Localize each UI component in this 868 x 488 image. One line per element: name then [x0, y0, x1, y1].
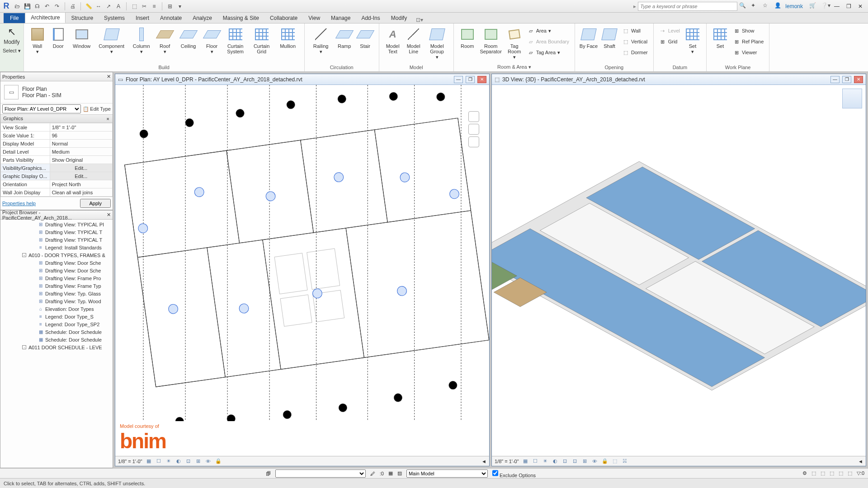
close-button[interactable]: ✕	[854, 1, 866, 11]
comm-icon[interactable]: ✦	[751, 2, 759, 10]
ref-plane-button[interactable]: ⊞Ref Plane	[731, 37, 765, 47]
ceiling-button[interactable]: Ceiling	[176, 25, 201, 49]
filter-icon[interactable]: ▽:0	[857, 470, 864, 476]
apply-button[interactable]: Apply	[80, 199, 111, 208]
area-button[interactable]: ▱Area ▾	[525, 26, 571, 36]
tree-node[interactable]: ⊞Drafting View: TYPICAL T	[1, 228, 112, 236]
editable-only-icon[interactable]: 🖉	[370, 471, 375, 476]
tree-node[interactable]: ⊞Drafting View: Door Sche	[1, 267, 112, 274]
favorite-icon[interactable]: ☆	[763, 2, 771, 10]
tag-area-button[interactable]: ▱Tag Area ▾	[525, 47, 571, 57]
sync-icon[interactable]: ☊	[33, 3, 41, 10]
tree-node[interactable]: ≡Legend: Install Standards	[1, 244, 112, 251]
column-button[interactable]: Column▾	[129, 25, 154, 54]
tab-annotate[interactable]: Annotate	[155, 13, 187, 23]
tree-node[interactable]: ⊞Drafting View: Door Sche	[1, 259, 112, 267]
door-button[interactable]: Door	[48, 25, 68, 49]
workset-select[interactable]	[275, 469, 366, 478]
search-chevron-icon[interactable]: ▸	[633, 3, 636, 9]
tree-node[interactable]: ⊞Drafting View: Frame Typ	[1, 282, 112, 290]
tree-node[interactable]: -A010 - DOOR TYPES, FRAMES &	[1, 251, 112, 259]
floor-plan-canvas[interactable]: Model courtesy ofbnim	[115, 85, 489, 456]
view-close-button[interactable]: ✕	[477, 76, 486, 83]
sel-filter-icon[interactable]: ⚙	[802, 470, 807, 476]
project-tree[interactable]: ⊞Drafting View: TYPICAL PI⊞Drafting View…	[0, 220, 113, 352]
wall-opening-button[interactable]: ⬚Wall	[620, 26, 650, 36]
curtain-grid-button[interactable]: Curtain Grid	[249, 25, 274, 54]
tree-node[interactable]: ·A011 DOOR SCHEDULE - LEVE	[1, 343, 112, 351]
edit-type-button[interactable]: 📋 Edit Type	[83, 106, 111, 112]
tab-analyze[interactable]: Analyze	[187, 13, 217, 23]
aligned-dim-icon[interactable]: ↗	[105, 3, 112, 10]
crop-icon[interactable]: ⊡	[185, 458, 192, 465]
dimension-icon[interactable]: ↔	[95, 3, 102, 10]
3d-canvas[interactable]	[492, 85, 866, 456]
prop-row[interactable]: Display ModelNormal	[1, 140, 113, 148]
view2-scale[interactable]: 1/8" = 1'-0"	[495, 459, 519, 464]
component-button[interactable]: Component▾	[95, 25, 128, 54]
design-options2-icon[interactable]: ▨	[397, 470, 402, 476]
3d-view-icon[interactable]: ⬚	[131, 3, 138, 10]
print-icon[interactable]: 🖨	[69, 3, 76, 10]
reveal-icon[interactable]: 🔒	[215, 458, 222, 465]
view-close-button[interactable]: ✕	[854, 76, 863, 83]
tree-node[interactable]: ⊞Drafting View: Typ. Wood	[1, 297, 112, 305]
prop-row[interactable]: Graphic Display O...Edit...	[1, 172, 113, 180]
tab-addins[interactable]: Add-Ins	[356, 13, 385, 23]
prop-row[interactable]: Parts VisibilityShow Original	[1, 156, 113, 164]
tab-structure[interactable]: Structure	[66, 13, 99, 23]
prop-row[interactable]: Visibility/Graphics...Edit...	[1, 164, 113, 172]
tree-node[interactable]: ▦Schedule: Door Schedule	[1, 328, 112, 336]
window-button[interactable]: Window	[69, 25, 94, 49]
curtain-system-button[interactable]: Curtain System	[223, 25, 248, 54]
save-icon[interactable]: 💾	[24, 3, 31, 10]
nav-wheel[interactable]	[468, 111, 483, 147]
close-inactive-icon[interactable]: ⊞	[166, 3, 174, 10]
tree-node[interactable]: ▦Schedule: Door Schedule	[1, 336, 112, 343]
vertical-button[interactable]: ⬚Vertical	[620, 37, 650, 47]
visual-style-icon[interactable]: ☐	[155, 458, 162, 465]
set-workplane-button[interactable]: Set	[710, 25, 730, 49]
text-icon[interactable]: A	[115, 3, 122, 10]
tree-node[interactable]: ⌂Elevation: Door Types	[1, 305, 112, 313]
shadows-icon[interactable]: ◐	[175, 458, 182, 465]
model-text-button[interactable]: AModel Text	[383, 25, 403, 54]
wall-button[interactable]: Wall▾	[28, 25, 47, 54]
properties-help-link[interactable]: Properties help	[2, 201, 36, 206]
roof-button[interactable]: Roof▾	[155, 25, 175, 54]
room-separator-button[interactable]: Room Separator	[478, 25, 504, 54]
modify-button[interactable]: ↖Modify	[3, 26, 21, 45]
tree-node[interactable]: ⊞Drafting View: TYPICAL PI	[1, 221, 112, 228]
search-icon[interactable]: 🔍	[739, 2, 747, 10]
tab-insert[interactable]: Insert	[130, 13, 155, 23]
tab-massing[interactable]: Massing & Site	[217, 13, 264, 23]
exclude-options[interactable]: Exclude Options	[492, 469, 536, 478]
minimize-button[interactable]: —	[831, 1, 843, 11]
shaft-button[interactable]: Shaft	[599, 25, 619, 49]
close-properties-icon[interactable]: ✕	[107, 74, 111, 80]
user-name[interactable]: lemonk	[785, 3, 803, 9]
grid-button[interactable]: ⊞Grid	[657, 37, 682, 47]
tab-architecture[interactable]: Architecture	[25, 12, 66, 23]
undo-icon[interactable]: ↶	[43, 3, 51, 10]
tag-room-button[interactable]: Tag Room▾	[505, 25, 524, 60]
search-input[interactable]	[638, 2, 737, 11]
help-icon[interactable]: ❔▾	[821, 2, 829, 10]
tree-node[interactable]: ≡Legend: Door Type_SP2	[1, 320, 112, 328]
maximize-button[interactable]: ❐	[843, 1, 854, 11]
tab-file[interactable]: File	[4, 13, 25, 23]
design-option-select[interactable]: Main Model	[406, 469, 488, 478]
view-max-button[interactable]: ❐	[842, 76, 851, 83]
model-group-button[interactable]: Model Group▾	[425, 25, 450, 60]
viewer-button[interactable]: ⊞Viewer	[731, 47, 765, 57]
dormer-button[interactable]: ⬚Dormer	[620, 47, 650, 57]
datum-set-button[interactable]: Set▾	[683, 25, 703, 54]
design-options-icon[interactable]: ▦	[388, 470, 393, 476]
sunpath-icon[interactable]: ☀	[165, 458, 172, 465]
tab-view[interactable]: View	[303, 13, 326, 23]
detail-icon[interactable]: ▦	[145, 458, 152, 465]
view-min-button[interactable]: —	[830, 76, 840, 83]
tab-manage[interactable]: Manage	[326, 13, 356, 23]
prop-row[interactable]: Detail LevelMedium	[1, 148, 113, 156]
view-max-button[interactable]: ❐	[466, 76, 475, 83]
